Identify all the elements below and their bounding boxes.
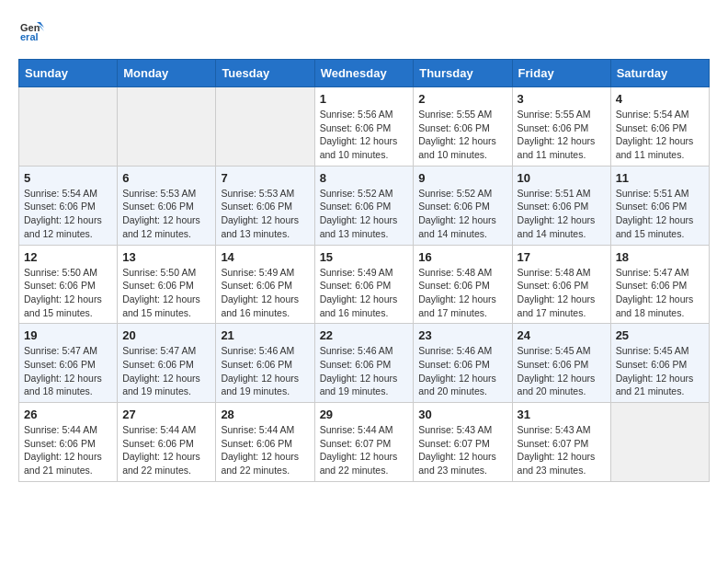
calendar-header-thursday: Thursday [414,60,512,87]
day-info: Sunrise: 5:53 AM Sunset: 6:06 PM Dayligh… [221,187,309,241]
calendar-cell: 8Sunrise: 5:52 AM Sunset: 6:06 PM Daylig… [314,166,414,245]
day-info: Sunrise: 5:48 AM Sunset: 6:06 PM Dayligh… [518,266,606,320]
day-number: 11 [616,171,704,185]
logo: Gen eral [18,18,48,44]
day-info: Sunrise: 5:47 AM Sunset: 6:06 PM Dayligh… [24,344,112,398]
day-number: 17 [518,250,606,264]
calendar-cell: 5Sunrise: 5:54 AM Sunset: 6:06 PM Daylig… [19,166,118,245]
day-info: Sunrise: 5:55 AM Sunset: 6:06 PM Dayligh… [418,108,506,162]
day-number: 12 [24,250,112,264]
logo-icon: Gen eral [18,18,44,44]
day-number: 7 [221,171,309,185]
day-number: 10 [518,171,606,185]
calendar-cell [610,403,709,482]
day-number: 14 [221,250,309,264]
day-number: 29 [320,408,409,421]
calendar-cell: 25Sunrise: 5:45 AM Sunset: 6:06 PM Dayli… [610,324,709,403]
calendar-header-saturday: Saturday [610,60,709,87]
day-number: 1 [320,92,409,106]
calendar-header-sunday: Sunday [19,60,118,87]
calendar-header-tuesday: Tuesday [216,60,314,87]
day-number: 18 [616,250,704,264]
page-header: Gen eral [18,18,710,44]
day-number: 22 [320,328,409,342]
day-info: Sunrise: 5:51 AM Sunset: 6:06 PM Dayligh… [616,187,704,241]
calendar-week-row: 5Sunrise: 5:54 AM Sunset: 6:06 PM Daylig… [19,166,710,245]
calendar-cell: 13Sunrise: 5:50 AM Sunset: 6:06 PM Dayli… [118,245,216,324]
calendar-cell: 28Sunrise: 5:44 AM Sunset: 6:06 PM Dayli… [216,403,314,482]
calendar-cell: 11Sunrise: 5:51 AM Sunset: 6:06 PM Dayli… [610,166,709,245]
calendar-cell: 10Sunrise: 5:51 AM Sunset: 6:06 PM Dayli… [512,166,610,245]
day-number: 21 [221,328,309,342]
day-info: Sunrise: 5:50 AM Sunset: 6:06 PM Dayligh… [122,266,210,320]
day-info: Sunrise: 5:49 AM Sunset: 6:06 PM Dayligh… [320,266,409,320]
day-number: 5 [24,171,112,185]
calendar-cell: 21Sunrise: 5:46 AM Sunset: 6:06 PM Dayli… [216,324,314,403]
calendar-cell: 9Sunrise: 5:52 AM Sunset: 6:06 PM Daylig… [414,166,512,245]
calendar-table: SundayMondayTuesdayWednesdayThursdayFrid… [18,59,710,482]
day-info: Sunrise: 5:46 AM Sunset: 6:06 PM Dayligh… [418,344,506,398]
calendar-cell: 1Sunrise: 5:56 AM Sunset: 6:06 PM Daylig… [314,87,414,167]
day-info: Sunrise: 5:44 AM Sunset: 6:06 PM Dayligh… [24,423,112,477]
calendar-cell: 12Sunrise: 5:50 AM Sunset: 6:06 PM Dayli… [19,245,118,324]
calendar-cell [118,87,216,167]
calendar-week-row: 19Sunrise: 5:47 AM Sunset: 6:06 PM Dayli… [19,324,710,403]
day-number: 19 [24,328,112,342]
day-info: Sunrise: 5:48 AM Sunset: 6:06 PM Dayligh… [418,266,506,320]
calendar-cell: 3Sunrise: 5:55 AM Sunset: 6:06 PM Daylig… [512,87,610,167]
calendar-cell: 2Sunrise: 5:55 AM Sunset: 6:06 PM Daylig… [414,87,512,167]
day-info: Sunrise: 5:44 AM Sunset: 6:07 PM Dayligh… [320,423,409,477]
day-number: 16 [418,250,506,264]
calendar-week-row: 1Sunrise: 5:56 AM Sunset: 6:06 PM Daylig… [19,87,710,167]
calendar-body: 1Sunrise: 5:56 AM Sunset: 6:06 PM Daylig… [19,87,710,482]
day-number: 8 [320,171,409,185]
day-info: Sunrise: 5:45 AM Sunset: 6:06 PM Dayligh… [616,344,704,398]
day-info: Sunrise: 5:46 AM Sunset: 6:06 PM Dayligh… [320,344,409,398]
day-number: 27 [122,408,210,421]
day-info: Sunrise: 5:51 AM Sunset: 6:06 PM Dayligh… [518,187,606,241]
calendar-cell: 15Sunrise: 5:49 AM Sunset: 6:06 PM Dayli… [314,245,414,324]
day-info: Sunrise: 5:49 AM Sunset: 6:06 PM Dayligh… [221,266,309,320]
day-number: 3 [518,92,606,106]
calendar-cell [216,87,314,167]
day-info: Sunrise: 5:55 AM Sunset: 6:06 PM Dayligh… [518,108,606,162]
day-info: Sunrise: 5:47 AM Sunset: 6:06 PM Dayligh… [616,266,704,320]
calendar-cell: 18Sunrise: 5:47 AM Sunset: 6:06 PM Dayli… [610,245,709,324]
day-info: Sunrise: 5:52 AM Sunset: 6:06 PM Dayligh… [418,187,506,241]
calendar-cell: 19Sunrise: 5:47 AM Sunset: 6:06 PM Dayli… [19,324,118,403]
day-number: 28 [221,408,309,421]
day-info: Sunrise: 5:52 AM Sunset: 6:06 PM Dayligh… [320,187,409,241]
day-info: Sunrise: 5:44 AM Sunset: 6:06 PM Dayligh… [122,423,210,477]
day-number: 25 [616,328,704,342]
calendar-week-row: 12Sunrise: 5:50 AM Sunset: 6:06 PM Dayli… [19,245,710,324]
calendar-week-row: 26Sunrise: 5:44 AM Sunset: 6:06 PM Dayli… [19,403,710,482]
calendar-cell: 27Sunrise: 5:44 AM Sunset: 6:06 PM Dayli… [118,403,216,482]
day-info: Sunrise: 5:45 AM Sunset: 6:06 PM Dayligh… [518,344,606,398]
calendar-cell [19,87,118,167]
calendar-cell: 30Sunrise: 5:43 AM Sunset: 6:07 PM Dayli… [414,403,512,482]
day-number: 13 [122,250,210,264]
calendar-cell: 29Sunrise: 5:44 AM Sunset: 6:07 PM Dayli… [314,403,414,482]
day-info: Sunrise: 5:44 AM Sunset: 6:06 PM Dayligh… [221,423,309,477]
calendar-cell: 20Sunrise: 5:47 AM Sunset: 6:06 PM Dayli… [118,324,216,403]
calendar-header-monday: Monday [118,60,216,87]
calendar-header-wednesday: Wednesday [314,60,414,87]
calendar-cell: 23Sunrise: 5:46 AM Sunset: 6:06 PM Dayli… [414,324,512,403]
day-number: 31 [518,408,606,421]
day-number: 15 [320,250,409,264]
day-number: 23 [418,328,506,342]
day-number: 4 [616,92,704,106]
day-info: Sunrise: 5:54 AM Sunset: 6:06 PM Dayligh… [616,108,704,162]
day-info: Sunrise: 5:53 AM Sunset: 6:06 PM Dayligh… [122,187,210,241]
day-number: 30 [418,408,506,421]
day-number: 2 [418,92,506,106]
calendar-cell: 31Sunrise: 5:43 AM Sunset: 6:07 PM Dayli… [512,403,610,482]
calendar-cell: 4Sunrise: 5:54 AM Sunset: 6:06 PM Daylig… [610,87,709,167]
calendar-header-friday: Friday [512,60,610,87]
day-number: 9 [418,171,506,185]
day-info: Sunrise: 5:46 AM Sunset: 6:06 PM Dayligh… [221,344,309,398]
calendar-cell: 16Sunrise: 5:48 AM Sunset: 6:06 PM Dayli… [414,245,512,324]
calendar-cell: 17Sunrise: 5:48 AM Sunset: 6:06 PM Dayli… [512,245,610,324]
calendar-cell: 24Sunrise: 5:45 AM Sunset: 6:06 PM Dayli… [512,324,610,403]
day-number: 26 [24,408,112,421]
